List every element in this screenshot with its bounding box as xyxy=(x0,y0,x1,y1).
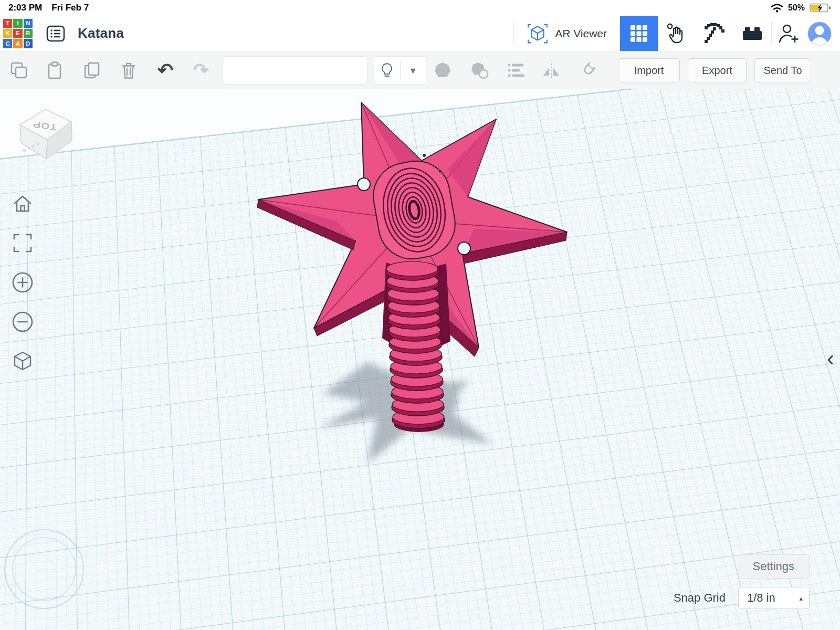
logo-cell: I xyxy=(13,19,22,28)
avatar-person-icon xyxy=(808,22,831,45)
model-3d[interactable] xyxy=(257,102,567,432)
caret-down-icon: ▾ xyxy=(411,64,416,77)
model-canvas xyxy=(0,89,840,630)
hand-icon xyxy=(665,22,688,45)
logo-cell: E xyxy=(13,29,22,38)
ar-viewer-button[interactable]: AR Viewer xyxy=(514,16,620,51)
design-title[interactable]: Katana xyxy=(78,25,124,41)
sim-lab-button[interactable] xyxy=(658,16,696,51)
export-button[interactable]: Export xyxy=(688,58,747,82)
home-icon xyxy=(10,192,35,216)
ar-viewer-label: AR Viewer xyxy=(555,27,607,40)
pickaxe-icon xyxy=(703,22,726,45)
undo-button[interactable]: ↶ xyxy=(156,61,175,80)
zoom-out-icon xyxy=(10,310,35,334)
zoom-in-button[interactable] xyxy=(10,270,35,295)
fit-view-button[interactable] xyxy=(10,231,35,255)
snap-grid-control: Snap Grid 1/8 in ▴ xyxy=(674,587,810,609)
status-date: Fri Feb 7 xyxy=(51,3,89,13)
paste-button[interactable] xyxy=(45,61,64,80)
viewport-3d: TOP BACK xyxy=(0,89,840,630)
logo-cell: C xyxy=(3,39,12,48)
send-to-button[interactable]: Send To xyxy=(754,58,811,82)
zoom-in-icon xyxy=(10,270,35,295)
wifi-icon xyxy=(771,3,783,13)
view-nav-tools xyxy=(10,192,35,373)
ungroup-icon xyxy=(470,61,489,80)
mirror-button[interactable] xyxy=(542,61,561,80)
redo-icon: ↷ xyxy=(192,61,211,80)
fit-view-icon xyxy=(10,231,35,255)
group-button[interactable] xyxy=(433,61,452,80)
paste-icon xyxy=(45,61,64,80)
battery-percent: 50% xyxy=(788,3,805,13)
side-panel-toggle[interactable]: ‹ xyxy=(822,340,839,377)
duplicate-button[interactable] xyxy=(83,61,102,80)
model-speck xyxy=(439,170,442,173)
zoom-out-button[interactable] xyxy=(10,310,35,334)
delete-icon xyxy=(119,61,138,80)
bulb-icon xyxy=(378,61,396,79)
brick-icon xyxy=(741,22,764,45)
ungroup-button[interactable] xyxy=(470,61,489,80)
app-header: T I N K E R C A D Katana xyxy=(0,16,840,51)
delete-button[interactable] xyxy=(119,61,138,80)
list-icon xyxy=(45,23,66,44)
logo-cell: R xyxy=(24,29,33,38)
chevron-left-icon: ‹ xyxy=(827,346,834,371)
tinkercad-logo[interactable]: T I N K E R C A D xyxy=(3,19,33,48)
align-button[interactable] xyxy=(507,61,526,80)
battery-icon xyxy=(810,3,832,13)
lego-button[interactable] xyxy=(733,16,771,51)
mirror-icon xyxy=(542,61,561,80)
snap-magnet-button[interactable] xyxy=(579,61,597,80)
visibility-control: ▾ xyxy=(374,56,426,85)
toolbar-panel-placeholder xyxy=(223,56,368,85)
ortho-icon xyxy=(10,349,35,373)
collaborate-button[interactable] xyxy=(772,16,805,51)
grid-icon xyxy=(628,23,649,44)
view-cube[interactable]: TOP BACK xyxy=(13,97,81,165)
caret-up-icon: ▴ xyxy=(799,594,803,602)
person-add-icon xyxy=(777,22,800,45)
import-button[interactable]: Import xyxy=(618,58,680,82)
avatar[interactable] xyxy=(807,22,832,46)
copy-icon xyxy=(9,61,28,80)
status-time: 2:03 PM xyxy=(8,3,42,13)
group-icon xyxy=(433,61,452,80)
minecraft-button[interactable] xyxy=(696,16,733,51)
ar-cube-icon xyxy=(527,23,549,45)
show-all-button[interactable] xyxy=(374,57,400,84)
settings-button[interactable]: Settings xyxy=(738,554,810,579)
align-icon xyxy=(507,61,526,80)
logo-cell: A xyxy=(13,39,22,48)
edit-toolbar: ↶ ↷ ▾ xyxy=(0,51,840,89)
redo-button[interactable]: ↷ xyxy=(192,61,211,80)
model-handle xyxy=(386,261,445,432)
logo-cell: D xyxy=(24,39,33,48)
snap-grid-label: Snap Grid xyxy=(674,591,726,605)
logo-cell: T xyxy=(3,19,12,28)
perspective-toggle-button[interactable] xyxy=(10,349,35,373)
blocks-view-button[interactable] xyxy=(620,16,658,51)
snap-grid-select[interactable]: 1/8 in ▴ xyxy=(738,587,810,609)
status-bar: 2:03 PM Fri Feb 7 50% xyxy=(0,0,840,16)
logo-cell: K xyxy=(3,29,12,38)
duplicate-icon xyxy=(83,61,102,80)
magnet-icon xyxy=(579,61,597,80)
visibility-dropdown-button[interactable]: ▾ xyxy=(401,57,426,84)
design-list-button[interactable] xyxy=(45,23,66,44)
undo-icon: ↶ xyxy=(156,61,175,80)
snap-grid-value: 1/8 in xyxy=(747,591,775,605)
copy-button[interactable] xyxy=(9,61,28,80)
model-speck xyxy=(423,154,426,157)
tinkercad-app: 2:03 PM Fri Feb 7 50% T I N K E R C A xyxy=(0,0,840,630)
logo-cell: N xyxy=(24,19,33,28)
home-view-button[interactable] xyxy=(10,192,35,216)
